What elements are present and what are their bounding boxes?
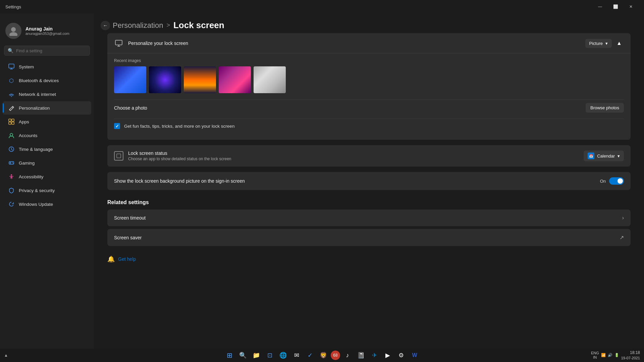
minimize-button[interactable]: — [592, 1, 608, 12]
time-nav-icon [8, 146, 15, 153]
calendar-icon: 📅 [588, 153, 594, 159]
image-thumb-2[interactable] [149, 66, 181, 93]
facts-checkbox-label: Get fun facts, tips, tricks, and more on… [124, 124, 234, 129]
svg-rect-15 [117, 154, 121, 158]
facts-checkbox[interactable] [114, 123, 120, 129]
taskbar-badge[interactable]: 68 [331, 351, 340, 360]
network-icon: 📶 [601, 353, 606, 357]
sidebar-item-personalization[interactable]: Personalization [3, 101, 91, 115]
user-email: anuragjain353@gmail.com [25, 32, 69, 36]
external-link-icon: ↗ [620, 234, 624, 241]
status-text: Lock screen status Choose an app to show… [128, 150, 231, 161]
sidebar-item-label-network: Network & internet [19, 92, 56, 97]
taskbar-word[interactable]: W [409, 349, 421, 361]
sidebar-item-accessibility[interactable]: Accessibility [3, 170, 91, 183]
taskbar-music[interactable]: ♪ [341, 349, 354, 361]
sidebar-item-label-privacy: Privacy & security [19, 188, 55, 193]
taskbar-onenote[interactable]: 📓 [355, 349, 367, 361]
choose-photo-row: Choose a photo Browse photos [114, 99, 624, 117]
svg-point-13 [11, 174, 12, 176]
search-box[interactable]: 🔍 [4, 46, 90, 56]
chevron-up-icon[interactable]: ▲ [4, 353, 8, 358]
taskbar-start[interactable]: ⊞ [223, 349, 235, 361]
signin-toggle[interactable] [609, 177, 624, 185]
taskbar-todo[interactable]: ✓ [304, 349, 316, 361]
user-name: Anurag Jain [25, 26, 69, 32]
screen-saver-item[interactable]: Screen saver ↗ [107, 229, 631, 246]
main-layout: Anurag Jain anuragjain353@gmail.com 🔍 Sy… [0, 13, 644, 349]
sidebar-item-update[interactable]: Windows Update [3, 197, 91, 211]
maximize-button[interactable]: ⬜ [608, 1, 623, 12]
taskbar-settings-app[interactable]: ⚙ [395, 349, 407, 361]
breadcrumb-parent[interactable]: Personalization [113, 21, 163, 30]
toggle-on-label: On [600, 179, 606, 184]
sidebar-item-label-bluetooth: Bluetooth & devices [19, 78, 59, 83]
sidebar-item-label-update: Windows Update [19, 202, 53, 207]
taskbar-mail[interactable]: ✉ [290, 349, 303, 361]
taskbar-media[interactable]: ▶ [382, 349, 394, 361]
svg-rect-5 [12, 119, 14, 121]
taskbar-edge[interactable]: 🌐 [277, 349, 289, 361]
status-card-content: Lock screen status Choose an app to show… [107, 145, 631, 167]
svg-rect-4 [9, 119, 11, 121]
sidebar-item-label-gaming: Gaming [19, 161, 35, 166]
svg-point-0 [11, 27, 16, 32]
sidebar-item-gaming[interactable]: Gaming [3, 156, 91, 170]
screen-timeout-label: Screen timeout [114, 215, 146, 221]
taskbar-store[interactable]: ⊡ [264, 349, 276, 361]
sidebar-item-apps[interactable]: Apps [3, 115, 91, 128]
svg-rect-2 [9, 64, 14, 68]
svg-point-1 [9, 32, 17, 36]
chevron-right-icon: › [622, 215, 624, 221]
user-section[interactable]: Anurag Jain anuragjain353@gmail.com [0, 19, 94, 46]
clock-time: 18:18 [621, 350, 640, 356]
screen-timeout-item[interactable]: Screen timeout › [107, 209, 631, 226]
sidebar-item-time[interactable]: Time & language [3, 142, 91, 156]
breadcrumb-separator: > [166, 22, 170, 29]
image-thumb-3[interactable] [184, 66, 216, 93]
user-info: Anurag Jain anuragjain353@gmail.com [25, 26, 69, 36]
card-header-left: Personalize your lock screen [114, 39, 188, 48]
lang-indicator: ENGIN [591, 351, 599, 360]
sidebar-item-system[interactable]: System [3, 60, 91, 73]
sidebar-item-label-personalization: Personalization [19, 106, 50, 111]
lock-status-subtitle: Choose an app to show detailed status on… [128, 157, 231, 161]
apps-nav-icon [8, 118, 15, 125]
calendar-dropdown[interactable]: 📅 Calendar ▾ [584, 150, 624, 161]
clock-display[interactable]: 18:18 19-07-2021 [621, 350, 640, 360]
sidebar-item-accounts[interactable]: Accounts [3, 129, 91, 142]
bluetooth-nav-icon: ⬡ [8, 77, 15, 84]
personalize-card-header[interactable]: Personalize your lock screen Picture ▾ ▲ [107, 33, 631, 53]
image-thumb-1[interactable] [114, 66, 146, 93]
recent-images-row [114, 66, 624, 93]
svg-rect-6 [9, 122, 11, 124]
picture-dropdown-value: Picture [589, 41, 603, 46]
collapse-button[interactable]: ▲ [614, 39, 624, 48]
taskbar: ▲ ⊞ 🔍 📁 ⊡ 🌐 ✉ ✓ 🦁 68 ♪ 📓 ✈ ▶ ⚙ W ENGIN 📶… [0, 349, 644, 362]
get-help-row[interactable]: 🔔 Get help [107, 253, 631, 265]
choose-photo-label: Choose a photo [114, 105, 147, 111]
breadcrumb-current: Lock screen [173, 20, 224, 31]
taskbar-brave[interactable]: 🦁 [317, 349, 329, 361]
clock-date: 19-07-2021 [621, 356, 640, 360]
browse-photos-button[interactable]: Browse photos [586, 103, 624, 113]
titlebar-controls: — ⬜ ✕ [592, 1, 639, 12]
sidebar-item-privacy[interactable]: Privacy & security [3, 184, 91, 197]
back-button[interactable]: ← [101, 21, 110, 30]
image-thumb-4[interactable] [219, 66, 251, 93]
taskbar-fileexplorer[interactable]: 📁 [250, 349, 262, 361]
status-square-icon [114, 151, 123, 161]
search-input[interactable] [16, 48, 86, 53]
sidebar-item-bluetooth[interactable]: ⬡Bluetooth & devices [3, 74, 91, 87]
image-thumb-5[interactable] [254, 66, 286, 93]
picture-dropdown[interactable]: Picture ▾ [585, 39, 612, 48]
sidebar-item-network[interactable]: Network & internet [3, 87, 91, 101]
get-help-label[interactable]: Get help [118, 256, 136, 262]
signin-toggle-card: Show the lock screen background picture … [107, 172, 631, 190]
app-title: Settings [5, 4, 21, 9]
taskbar-telegram[interactable]: ✈ [368, 349, 380, 361]
close-button[interactable]: ✕ [623, 1, 639, 12]
titlebar-left: Settings [5, 4, 21, 9]
personalize-label: Personalize your lock screen [128, 41, 188, 46]
taskbar-search[interactable]: 🔍 [237, 349, 249, 361]
